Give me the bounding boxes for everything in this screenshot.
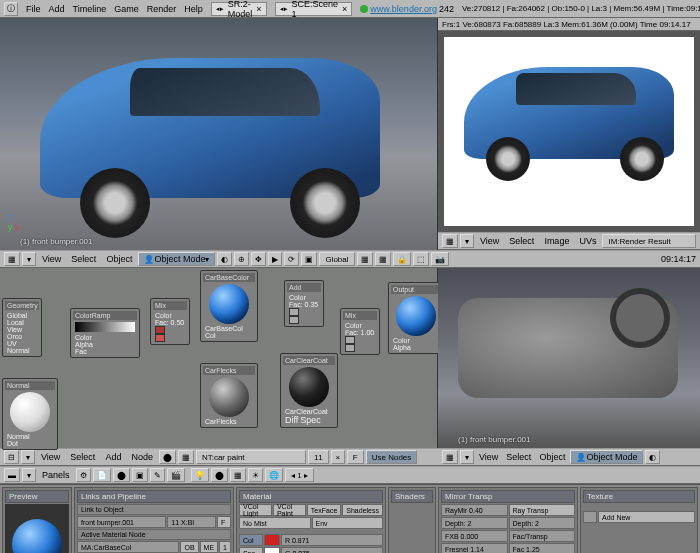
- node-material-base[interactable]: CarBaseColor CarBaseCol Col: [200, 270, 258, 342]
- depth2[interactable]: Depth: 2: [509, 517, 576, 529]
- subcontext-world-icon[interactable]: 🌐: [265, 468, 283, 482]
- context-logic-icon[interactable]: ⚙: [76, 468, 91, 482]
- fake-user-toggle[interactable]: F: [217, 516, 231, 528]
- img-menu-select[interactable]: Select: [505, 236, 538, 246]
- 3d-viewport[interactable]: zy x (1) front bumper.001: [0, 18, 438, 250]
- material-name-field[interactable]: front bumper.001: [77, 516, 166, 528]
- close-icon[interactable]: ×: [342, 4, 347, 14]
- context-scene-icon[interactable]: 🎬: [167, 468, 185, 482]
- add-new-button[interactable]: Add New: [598, 511, 695, 523]
- texface[interactable]: TexFace: [307, 504, 341, 516]
- render-icon[interactable]: 📷: [431, 252, 449, 266]
- no-mist[interactable]: No Mist: [239, 517, 311, 529]
- menu-help[interactable]: Help: [184, 4, 203, 14]
- vcol-paint[interactable]: VCol Paint: [273, 504, 306, 516]
- menu-render[interactable]: Render: [147, 4, 177, 14]
- chevron-down-icon[interactable]: ▾: [460, 234, 474, 248]
- image-name-field[interactable]: IM:Render Result: [602, 234, 696, 248]
- material-slot[interactable]: 11 X:BI: [167, 516, 216, 528]
- chevron-down-icon[interactable]: ▾: [460, 450, 474, 464]
- layer-button[interactable]: ▦: [357, 252, 373, 266]
- ob-link[interactable]: OB: [180, 541, 198, 553]
- img-menu-image[interactable]: Image: [540, 236, 573, 246]
- node-menu-add[interactable]: Add: [101, 452, 125, 462]
- node-material-field[interactable]: MA:CarBaseCol: [77, 541, 179, 553]
- close-icon[interactable]: ×: [256, 4, 261, 14]
- node-editor[interactable]: Geometry Global Local View Orco UV Norma…: [0, 268, 438, 448]
- depth1[interactable]: Depth: 2: [441, 517, 508, 529]
- context-object-icon[interactable]: ▣: [132, 468, 148, 482]
- node-menu-node[interactable]: Node: [127, 452, 157, 462]
- select-menu[interactable]: Select: [503, 452, 534, 462]
- fake-user[interactable]: F: [347, 450, 364, 464]
- me-link[interactable]: ME: [200, 541, 219, 553]
- editor-type-icon[interactable]: ▬: [4, 468, 20, 482]
- col-swatch[interactable]: [264, 534, 280, 546]
- context-editing-icon[interactable]: ✎: [150, 468, 165, 482]
- editor-type-icon[interactable]: ▦: [442, 234, 458, 248]
- lock-icon[interactable]: 🔒: [393, 252, 411, 266]
- context-script-icon[interactable]: 📄: [93, 468, 111, 482]
- scene-dropdown[interactable]: ◂▸SCE:Scene 1×: [275, 2, 353, 16]
- node-material-flecks[interactable]: CarFlecks CarFlecks: [200, 363, 258, 428]
- menu-timeline[interactable]: Timeline: [73, 4, 107, 14]
- chevron-down-icon[interactable]: ▾: [22, 468, 36, 482]
- compositing-icon[interactable]: ▦: [178, 450, 194, 464]
- raytransp-toggle[interactable]: Ray Transp: [509, 504, 576, 516]
- snap-icon[interactable]: ⬚: [413, 252, 429, 266]
- manipulator-icon[interactable]: ✥: [251, 252, 266, 266]
- ramp-gradient[interactable]: [75, 322, 135, 332]
- frame-field[interactable]: ◂ 1 ▸: [285, 468, 314, 482]
- translate-icon[interactable]: ▶: [268, 252, 282, 266]
- select-menu[interactable]: Select: [67, 254, 100, 264]
- panel-title[interactable]: Links and Pipeline: [77, 490, 231, 503]
- object-menu[interactable]: Object: [102, 254, 136, 264]
- shadeless[interactable]: Shadeless: [342, 504, 383, 516]
- interior-viewport[interactable]: (1) front bumper.001: [438, 268, 700, 448]
- blender-link[interactable]: www.blender.org: [370, 4, 437, 14]
- fresnel[interactable]: Fresnel 1.14: [441, 543, 508, 553]
- spe-swatch[interactable]: [264, 547, 280, 553]
- subcontext-lamp-icon[interactable]: 💡: [191, 468, 209, 482]
- panel-title[interactable]: Texture: [583, 490, 695, 503]
- view-menu[interactable]: View: [476, 452, 501, 462]
- chevron-down-icon[interactable]: ▾: [21, 450, 35, 464]
- panel-title[interactable]: Mirror Transp: [441, 490, 575, 503]
- users-button[interactable]: 11: [308, 450, 329, 464]
- chevron-down-icon[interactable]: ▾: [22, 252, 36, 266]
- panel-title[interactable]: Material: [239, 490, 383, 503]
- editor-type-icon[interactable]: ▦: [442, 450, 458, 464]
- node-output[interactable]: Output Color Alpha: [388, 282, 444, 354]
- node-mix2[interactable]: Mix Color Fac: 1.00: [340, 308, 380, 355]
- node-menu-select[interactable]: Select: [66, 452, 99, 462]
- node-colorramp[interactable]: ColorRamp Color Alpha Fac: [70, 308, 140, 358]
- menu-game[interactable]: Game: [114, 4, 139, 14]
- spe-button[interactable]: Spe: [239, 547, 263, 553]
- normal-sphere[interactable]: [10, 392, 50, 432]
- info-icon[interactable]: ⓘ: [4, 2, 18, 16]
- menu-add[interactable]: Add: [49, 4, 65, 14]
- node-add[interactable]: Add Color Fac: 0.35: [284, 280, 324, 327]
- factransp[interactable]: Fac/Transp: [509, 530, 576, 542]
- menu-file[interactable]: File: [26, 4, 41, 14]
- mode-dropdown[interactable]: 👤 Object Mode ▾: [138, 252, 215, 266]
- tex-slot[interactable]: [583, 511, 597, 523]
- node-menu-view[interactable]: View: [37, 452, 64, 462]
- panel-title[interactable]: Preview: [5, 490, 69, 503]
- node-geometry[interactable]: Geometry Global Local View Orco UV Norma…: [2, 298, 42, 357]
- panel-title[interactable]: Shaders: [391, 490, 433, 503]
- scale-icon[interactable]: ▣: [301, 252, 317, 266]
- mode-dropdown[interactable]: 👤 Object Mode: [570, 450, 643, 464]
- screen-dropdown[interactable]: ◂▸SR:2-Model×: [211, 2, 267, 16]
- node-normal[interactable]: Normal Normal Dot: [2, 378, 58, 450]
- editor-type-icon[interactable]: ▦: [4, 252, 20, 266]
- col-button[interactable]: Col: [239, 534, 263, 546]
- orientation-dropdown[interactable]: Global: [319, 252, 354, 266]
- g-slider[interactable]: G 0.075: [281, 547, 383, 553]
- vcol-light[interactable]: VCol Light: [239, 504, 272, 516]
- close-icon[interactable]: ×: [331, 450, 345, 464]
- object-menu[interactable]: Object: [536, 452, 568, 462]
- r-slider[interactable]: R 0.871: [281, 534, 383, 546]
- editor-type-icon[interactable]: ⊟: [4, 450, 19, 464]
- subcontext-material-icon[interactable]: ⬤: [211, 468, 228, 482]
